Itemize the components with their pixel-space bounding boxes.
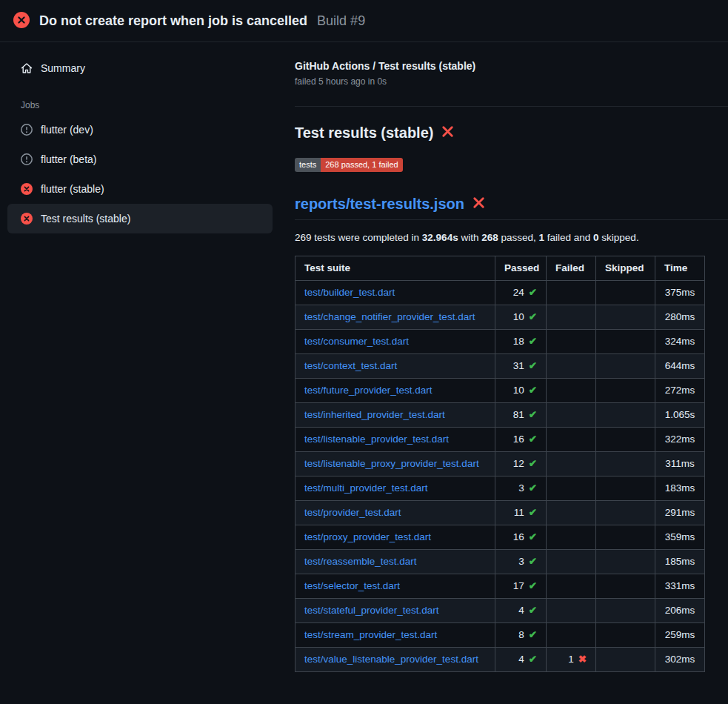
check-icon: ✔ [529, 287, 537, 298]
passed-cell: 12✔ [495, 452, 547, 476]
table-row: test/provider_test.dart11✔291ms [295, 501, 705, 525]
test-suite-link[interactable]: test/builder_test.dart [304, 287, 395, 298]
check-icon: ✔ [529, 654, 537, 665]
sidebar-item-summary[interactable]: Summary [7, 54, 273, 82]
failed-cell [547, 452, 596, 476]
sidebar-item-label: flutter (dev) [41, 124, 93, 136]
skipped-cell [596, 648, 655, 672]
sidebar-item-flutter-stable[interactable]: flutter (stable) [7, 174, 273, 204]
check-icon: ✔ [529, 629, 537, 640]
test-suite-cell: test/selector_test.dart [295, 574, 495, 599]
summary-skipped: 0 [593, 232, 599, 243]
report-title: reports/test-results.json [295, 196, 728, 220]
failed-cell: 1✖ [547, 648, 596, 672]
check-icon: ✔ [529, 360, 537, 371]
test-suite-link[interactable]: test/provider_test.dart [304, 507, 401, 518]
failed-cell [547, 599, 596, 623]
test-suite-link[interactable]: test/selector_test.dart [304, 580, 400, 591]
check-icon: ✔ [529, 482, 537, 494]
test-suite-link[interactable]: test/inherited_provider_test.dart [304, 409, 445, 420]
test-suite-cell: test/value_listenable_provider_test.dart [295, 648, 495, 672]
table-row: test/selector_test.dart17✔331ms [295, 574, 705, 599]
skipped-cell [596, 623, 655, 648]
test-suite-link[interactable]: test/stream_provider_test.dart [304, 629, 437, 640]
build-number: Build #9 [317, 13, 365, 29]
column-header-passed: Passed [495, 256, 547, 281]
table-row: test/value_listenable_provider_test.dart… [295, 648, 705, 672]
check-icon: ✔ [529, 385, 537, 396]
table-row: test/change_notifier_provider_test.dart1… [295, 305, 705, 330]
skipped-cell [596, 550, 655, 574]
sidebar-item-test-results-stable[interactable]: Test results (stable) [7, 204, 273, 233]
passed-cell: 17✔ [495, 574, 547, 599]
failed-cell [547, 281, 596, 305]
report-file-link[interactable]: reports/test-results.json [295, 196, 464, 213]
test-suite-link[interactable]: test/proxy_provider_test.dart [304, 531, 431, 542]
passed-cell: 18✔ [495, 330, 547, 354]
results-table: Test suite Passed Failed Skipped Time te… [295, 256, 705, 672]
test-suite-link[interactable]: test/context_test.dart [304, 360, 397, 371]
check-icon: ✔ [529, 507, 537, 518]
test-suite-link[interactable]: test/future_provider_test.dart [304, 385, 433, 396]
test-suite-cell: test/context_test.dart [295, 354, 495, 379]
table-row: test/stream_provider_test.dart8✔259ms [295, 623, 705, 648]
test-suite-link[interactable]: test/listenable_proxy_provider_test.dart [304, 458, 479, 469]
test-suite-link[interactable]: test/listenable_provider_test.dart [304, 434, 449, 445]
failed-cell [547, 525, 596, 550]
test-suite-link[interactable]: test/change_notifier_provider_test.dart [304, 311, 475, 322]
test-suite-cell: test/reassemble_test.dart [295, 550, 495, 574]
test-suite-link[interactable]: test/stateful_provider_test.dart [304, 605, 439, 616]
skipped-cell [596, 403, 655, 428]
time-cell: 259ms [655, 623, 705, 648]
check-icon: ✔ [529, 409, 537, 420]
failed-cell [547, 354, 596, 379]
section-title: Test results (stable) [295, 124, 705, 142]
sidebar-item-flutter-beta[interactable]: flutter (beta) [7, 145, 273, 174]
time-cell: 324ms [655, 330, 705, 354]
check-icon: ✔ [529, 580, 537, 591]
test-suite-cell: test/listenable_provider_test.dart [295, 428, 495, 452]
skipped-cell [596, 379, 655, 403]
neutral-status-icon [21, 124, 33, 136]
check-icon: ✔ [529, 336, 537, 347]
passed-count: 10 [513, 311, 524, 322]
passed-cell: 11✔ [495, 501, 547, 525]
passed-cell: 3✔ [495, 550, 547, 574]
column-header-skipped: Skipped [596, 256, 655, 281]
x-icon: ✖ [578, 654, 587, 665]
passed-count: 10 [513, 385, 524, 396]
column-header-test-suite: Test suite [295, 256, 495, 281]
test-suite-link[interactable]: test/consumer_test.dart [304, 336, 409, 347]
check-icon: ✔ [529, 458, 537, 469]
table-row: test/listenable_provider_test.dart16✔322… [295, 428, 705, 452]
failed-x-icon [472, 196, 485, 213]
test-suite-link[interactable]: test/value_listenable_provider_test.dart [304, 654, 478, 665]
test-suite-link[interactable]: test/reassemble_test.dart [304, 556, 417, 567]
passed-cell: 81✔ [495, 403, 547, 428]
passed-cell: 3✔ [495, 476, 547, 501]
table-row: test/listenable_proxy_provider_test.dart… [295, 452, 705, 476]
section-title-text: Test results (stable) [295, 124, 433, 142]
skipped-cell [596, 354, 655, 379]
failed-cell [547, 379, 596, 403]
top-bar: Do not create report when job is cancell… [0, 0, 728, 42]
failed-cell [547, 623, 596, 648]
passed-cell: 10✔ [495, 379, 547, 403]
test-suite-cell: test/stream_provider_test.dart [295, 623, 495, 648]
test-suite-cell: test/builder_test.dart [295, 281, 495, 305]
run-status-line: failed 5 hours ago in 0s [295, 76, 705, 87]
sidebar-item-label: flutter (beta) [41, 153, 96, 165]
summary-duration: 32.964s [422, 232, 458, 243]
failed-count: 1 [568, 654, 574, 665]
failed-cell [547, 428, 596, 452]
table-row: test/multi_provider_test.dart3✔183ms [295, 476, 705, 501]
test-suite-link[interactable]: test/multi_provider_test.dart [304, 482, 428, 494]
table-row: test/consumer_test.dart18✔324ms [295, 330, 705, 354]
test-suite-cell: test/multi_provider_test.dart [295, 476, 495, 501]
passed-count: 16 [513, 531, 524, 542]
time-cell: 311ms [655, 452, 705, 476]
skipped-cell [596, 281, 655, 305]
summary-failed: 1 [539, 232, 545, 243]
sidebar-item-flutter-dev[interactable]: flutter (dev) [7, 115, 273, 145]
passed-cell: 24✔ [495, 281, 547, 305]
